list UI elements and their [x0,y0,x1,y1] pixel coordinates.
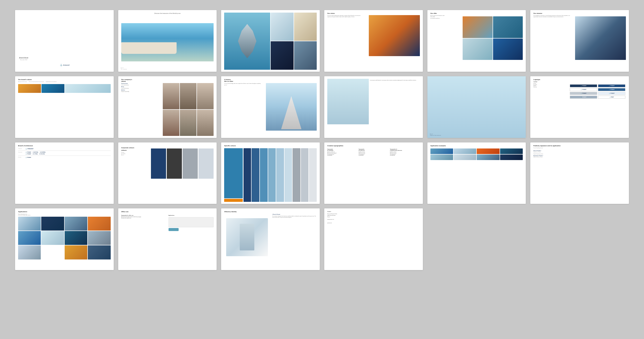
logo-item-8: ⚓ PONANT [598,96,625,99]
slide-applications[interactable]: Applications Panini Speaking formatDoubl… [15,208,114,270]
portrait-3 [197,83,214,109]
office-typo-sample: ABCDEFGHIJKLMNOPQRSTUVWXYZabcdefghijk012… [121,216,167,219]
value-2: The art of travel with the French Touch [29,81,44,82]
corporate-colours-left: Corporate colours colours PrimarySeconda… [121,147,149,202]
typo-col-corporate: Typography forcomplementary elements Aa … [390,148,420,157]
logo-item-7: ⚓ PONANT [570,96,597,99]
slide-dolphin-mosaic[interactable] [221,10,320,72]
slide-brand-architecture[interactable]: Brand's Architecture Trademark ⚓ PONANT … [15,142,114,204]
history-quote: "It's our French heritage that sets us a… [224,83,261,86]
dolphin-image [224,13,270,70]
mosaic-q4 [294,41,317,69]
offer-img-2 [493,16,523,38]
slide-publicity-signature[interactable]: Publicity signature and its application … [530,142,629,204]
lightblue-background [427,76,526,138]
logo-item-6: ⚓ PONANT [598,92,625,95]
pub-t3 [65,217,87,231]
ponant-logo: ⚓PONANT [19,64,111,66]
app-thumb-7 [477,155,499,160]
penguin-text: Lorem ipsum small body text. Lorem ipsum… [369,79,420,82]
slide-discover[interactable]: Discover the treasures of the World by s… [118,10,217,72]
slide-corporate-colours[interactable]: Corporate colours colours PrimarySeconda… [118,142,217,204]
perfume-bottle [240,224,254,250]
slide-company-values[interactable]: Our company'svalues Customer focus Lorem… [118,76,217,138]
slide-our-vision[interactable]: Our vision To be the world's leading pol… [324,10,423,72]
app-thumb-3 [477,148,499,154]
slide-olfactory-identity[interactable]: Olfactory identity L'Eau de Ponant Our e… [221,208,320,270]
slide-14-title-2: colours [121,149,149,151]
pub-t5 [18,231,41,245]
logotype-text: Logotype PrimarySecondaryVerticalHorizon… [533,81,569,136]
slide-17-title: Application examples [430,145,523,147]
slide-1-subtitle: November 2019 [19,59,28,60]
app-thumb-6 [454,155,476,160]
logo-item-1: ⚓ PONANT [570,84,597,87]
penguin-ship-image [327,79,369,124]
divider-1 [18,150,111,151]
slide-lightblue[interactable]: Book 2 Graphics Chart elements [427,76,526,138]
slide-18-title: Publicity signature and its application [533,145,626,147]
arch-row-3: ⚓ PONANT LE LYRIAL LE SOLÉAL [18,153,111,155]
offer-img-4 [493,39,523,60]
final-website: www.ponant.com [327,219,420,220]
val-img-3 [65,84,111,93]
slide-our-offer[interactable]: Our offer How we select and showcase rou… [427,10,526,72]
slide-14-title: Corporate colours [121,147,149,149]
spec-right-cols [244,148,317,202]
app-thumb-2 [454,148,476,154]
spec-col-4 [268,148,276,202]
arch-label-1: Trademark [18,148,24,149]
offer-text: How we select and showcase routesTitle s… [430,15,466,19]
pub-line-french-sub: Expérience le Ponant ! [533,152,626,153]
slide-6-title: Our mission [533,13,626,14]
slide-our-mission[interactable]: Our mission The campaign as a promise is… [530,10,629,72]
arch-boreal: LE BORÉAL [40,152,46,153]
arch-ponant-2: ⚓ PONANT [25,152,31,153]
mosaic-q3 [271,41,293,69]
typo-sample-1: Aa Bb Cc Dd Ee FfABCDEFGHIJKLMNOPabcdefg… [327,152,357,157]
spec-col-5 [276,148,284,202]
slide-logotype[interactable]: Logotype Logotype PrimarySecondaryVertic… [530,76,629,138]
mission-image [575,16,626,60]
arch-ponant-3: ⚓ PONANT [25,153,31,155]
spec-col-6 [285,148,292,202]
pub-t2 [41,217,64,231]
specific-colours-content [224,148,317,202]
slide-history[interactable]: A historylike no other "It's our French … [221,76,320,138]
offer-images [463,16,523,60]
slide-brand-values[interactable]: Our brand's values A passion for the sea… [15,76,114,138]
typo-head-1: Typographyfor headings [327,148,357,151]
app-thumb-5 [430,155,453,160]
slide-application-examples[interactable]: Application examples [427,142,526,204]
olfactory-text: L'Eau de Ponant Our exclusive fragrance … [272,214,317,218]
logo-item-4: ⚓ PONANT [598,88,625,91]
cv-desc-2: Lorem small text body... [121,88,160,89]
arch-lyrial: LE LYRIAL [33,153,38,155]
slide-penguin[interactable]: Lorem ipsum small body text. Lorem ipsum… [324,76,423,138]
slide-20-title: Office use [121,211,214,213]
dolphin-shape [238,24,256,58]
logo-item-5: ⚓ PONANT [570,92,597,95]
slide-9-title: A historylike no other [224,79,317,82]
arch-soleal: LE SOLÉAL [39,153,45,155]
slides-grid: Brand Book November 2019 ⚓PONANT Discove… [15,10,629,270]
typo-sample-3: Aa Bb Cc Dd EeABCDEFGHIJKLabcdefghijklmn… [390,152,420,157]
pub-t8 [88,231,110,245]
corporate-colours-swatches [151,148,214,179]
penguin-text-area: Lorem ipsum small body text. Lorem ipsum… [369,79,420,136]
spec-blue-swatch [224,148,243,199]
slide-brand-book[interactable]: Brand Book November 2019 ⚓PONANT [15,10,114,72]
slide-16-title: Creation typographies [327,145,420,147]
publicity-lines: Vivre le Ponant ! Expérience le Ponant !… [533,150,626,158]
cv-label-1: Customer focus [121,83,160,84]
olf-text-head: L'Eau de Ponant [272,214,317,215]
history-sailboat-image [266,83,317,130]
final-head: Contact [327,211,420,213]
slide-office-use[interactable]: Office use Typography for office use ABC… [118,208,217,270]
office-applications: Applications [169,215,214,231]
portrait-4 [163,110,179,136]
slide-specific-colours[interactable]: Specific colours [221,142,320,204]
slide-text-only[interactable]: Contact 40 rue du Docteur Gestin44800 Sa… [324,208,423,270]
slide-creation-typography[interactable]: Creation typographies Typographyfor head… [324,142,423,204]
portrait-2 [180,83,196,109]
